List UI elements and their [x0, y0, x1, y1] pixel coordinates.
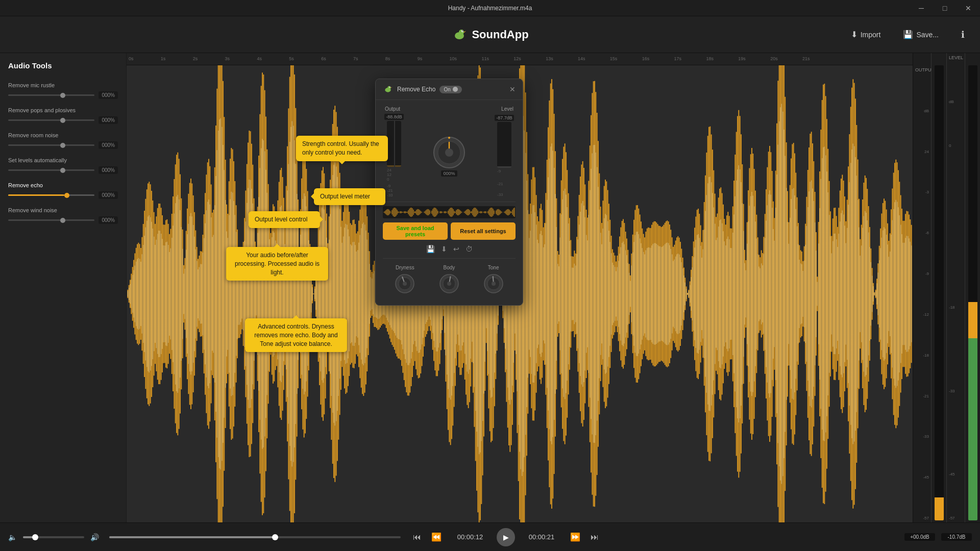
modal-body: Output Level -88.8dB 24120-9-21-33: [376, 100, 523, 305]
volume-thumb: [32, 534, 38, 540]
ruler-tick-12: 12s: [513, 56, 521, 61]
level-value: -87.7dB: [495, 115, 514, 121]
tool-row-4: 000%: [8, 191, 118, 199]
import-button[interactable]: ⬇ Import: [846, 27, 886, 42]
header: SoundApp ⬇ Import 💾 Save... ℹ: [0, 16, 980, 53]
toggle-dot: [453, 87, 458, 92]
slider-track-4[interactable]: [8, 194, 94, 196]
ruler-tick-6: 6s: [321, 56, 326, 61]
tool-label-1: Remove pops and plosives: [8, 107, 118, 113]
slider-thumb-4: [64, 193, 69, 198]
tool-value-5[interactable]: 000%: [99, 216, 118, 224]
maximize-button[interactable]: □: [933, 0, 957, 16]
info-button[interactable]: ℹ: [956, 26, 970, 43]
tools-list: Remove mic rustle 000% Remove pops and p…: [0, 78, 126, 228]
tool-item-1[interactable]: Remove pops and plosives 000%: [0, 103, 126, 128]
volume-up-icon[interactable]: 🔊: [90, 533, 99, 541]
tool-item-3[interactable]: Set levels automatically 000%: [0, 153, 126, 178]
ruler-tick-16: 16s: [642, 56, 650, 61]
tool-label-4: Remove echo: [8, 182, 118, 188]
modal-divider-1: [383, 202, 516, 202]
modal-controls-row: -88.8dB 24120-9-21-33: [383, 114, 516, 197]
body-knob[interactable]: [438, 272, 460, 295]
logo-text: SoundApp: [472, 28, 528, 41]
info-icon: ℹ: [961, 29, 965, 40]
slider-track-2[interactable]: [8, 144, 94, 146]
progress-thumb: [272, 534, 278, 540]
ruler-tick-13: 13s: [546, 56, 553, 61]
clock-icon[interactable]: ⏱: [464, 244, 474, 254]
slider-thumb-0: [60, 93, 65, 98]
transport-bar: 🔈 🔊 ⏮ ⏪ 00:00:12 ▶ 00:00:21 ⏩ ⏭ +00.0dB …: [0, 522, 980, 551]
save-icon: 💾: [903, 30, 913, 39]
modal-waveform: [383, 206, 516, 218]
slider-track-1[interactable]: [8, 119, 94, 121]
close-button[interactable]: ✕: [957, 0, 980, 16]
preset-button[interactable]: Save and load presets: [383, 222, 448, 240]
tone-knob[interactable]: [482, 272, 505, 295]
level-tick: -57: [949, 516, 963, 520]
save-button[interactable]: 💾 Save...: [898, 27, 944, 42]
svg-point-12: [445, 148, 453, 157]
tool-label-2: Remove room noise: [8, 132, 118, 138]
logo-area: SoundApp: [451, 27, 528, 43]
level-tick: -45: [949, 472, 963, 477]
rewind-button[interactable]: ⏮: [411, 531, 423, 544]
ruler-tick-11: 11s: [481, 56, 489, 61]
dryness-knob-wrapper: Dryness: [394, 265, 416, 295]
main-knob-value: 000%: [441, 170, 457, 177]
timeline-ruler: 0s1s2s3s4s5s6s7s8s9s10s11s12s13s14s15s16…: [127, 53, 913, 65]
ruler-tick-1: 1s: [161, 56, 166, 61]
tool-row-3: 000%: [8, 166, 118, 174]
tool-value-2[interactable]: 000%: [99, 141, 118, 149]
time-display-left: 00:00:12: [450, 533, 491, 541]
progress-bar[interactable]: [109, 536, 401, 538]
modal-toggle[interactable]: On: [439, 86, 461, 93]
db-tick: -3: [915, 190, 929, 194]
slider-track-5[interactable]: [8, 219, 94, 221]
db-scale: OUTPUT dB 24 -3 -6 -9 -12 -18 -21 -33 -4…: [913, 53, 931, 522]
volume-slider[interactable]: [23, 536, 84, 538]
fast-forward-button[interactable]: ⏭: [589, 531, 601, 544]
forward-button[interactable]: ⏩: [568, 530, 582, 544]
tool-item-2[interactable]: Remove room noise 000%: [0, 128, 126, 153]
tool-value-3[interactable]: 000%: [99, 166, 118, 174]
tool-item-4[interactable]: Remove echo 000%: [0, 178, 126, 203]
tool-value-0[interactable]: 000%: [99, 91, 118, 99]
svg-point-16: [403, 282, 407, 286]
titlebar-title: Handy - Aufnahmezimmer.m4a: [448, 5, 532, 12]
volume-down-icon[interactable]: 🔈: [8, 533, 17, 541]
undo-icon[interactable]: ↩: [452, 244, 460, 254]
save-label: Save...: [916, 31, 939, 39]
dryness-knob[interactable]: [394, 272, 416, 295]
output-meter-bar: [935, 65, 944, 520]
slider-thumb-1: [60, 118, 65, 123]
modal-close-button[interactable]: ✕: [509, 85, 516, 93]
back-button[interactable]: ⏪: [429, 530, 444, 544]
slider-track-3[interactable]: [8, 169, 94, 171]
small-knobs-row: Dryness Body: [383, 263, 516, 299]
db-tick: -12: [915, 312, 929, 317]
play-button[interactable]: ▶: [497, 528, 515, 546]
level-tick: dB: [949, 99, 963, 104]
tool-value-1[interactable]: 000%: [99, 116, 118, 124]
ruler-tick-15: 15s: [610, 56, 618, 61]
slider-track-0[interactable]: [8, 94, 94, 96]
time-display-right: 00:00:21: [521, 533, 562, 541]
db-tick: -57: [915, 516, 929, 520]
level-meter-bar: [497, 166, 511, 168]
header-actions: ⬇ Import 💾 Save... ℹ: [846, 26, 970, 43]
db-tick: 24: [915, 149, 929, 154]
tool-value-4[interactable]: 000%: [99, 191, 118, 199]
ruler-tick-0: 0s: [129, 56, 134, 61]
main-knob[interactable]: [431, 135, 467, 170]
tool-item-5[interactable]: Remove wind noise 000%: [0, 203, 126, 228]
svg-point-1: [459, 30, 464, 35]
save-preset-icon[interactable]: 💾: [425, 244, 436, 254]
sidebar: Audio Tools Remove mic rustle 000% Remov…: [0, 53, 127, 522]
download-icon[interactable]: ⬇: [440, 244, 448, 254]
reset-button[interactable]: Reset all settings: [451, 222, 516, 240]
tool-item-0[interactable]: Remove mic rustle 000%: [0, 78, 126, 103]
minimize-button[interactable]: ─: [910, 0, 933, 16]
modal-btn-row: Save and load presets Reset all settings: [383, 222, 516, 240]
